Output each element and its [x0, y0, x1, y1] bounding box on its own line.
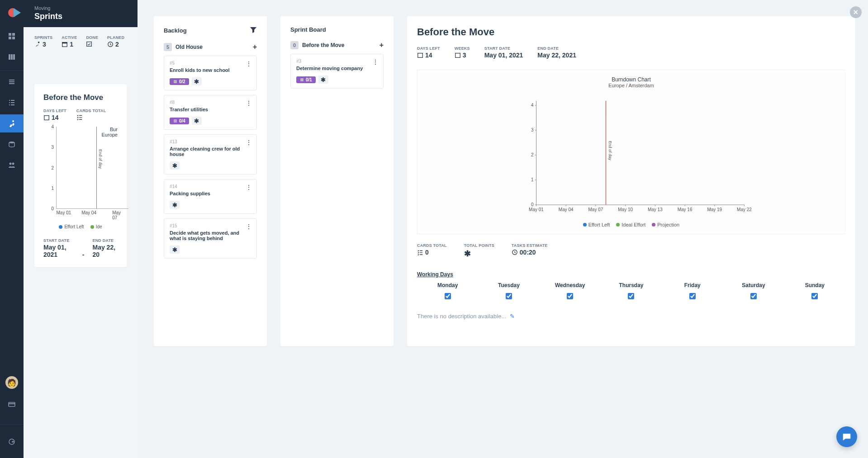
- svg-text:4: 4: [531, 103, 534, 108]
- description-text: There is no description available...: [417, 313, 506, 320]
- card-menu-icon[interactable]: ⋮: [372, 59, 379, 65]
- svg-rect-5: [11, 54, 13, 60]
- nav-team[interactable]: [0, 156, 24, 174]
- svg-rect-32: [174, 119, 177, 120]
- svg-point-16: [12, 120, 14, 122]
- day-label: Friday: [662, 282, 723, 288]
- chart-marker: [96, 127, 97, 208]
- card-id: #13: [170, 139, 251, 144]
- working-days-title: Working Days: [417, 271, 845, 278]
- svg-rect-15: [11, 104, 14, 105]
- svg-rect-31: [174, 82, 177, 83]
- nav-logout[interactable]: [0, 433, 24, 451]
- day-label: Saturday: [723, 282, 784, 288]
- day-checkbox[interactable]: [689, 293, 696, 299]
- sprint-count-badge: 0: [290, 41, 299, 49]
- svg-rect-34: [174, 122, 177, 122]
- checklist-badge: 0/2: [170, 78, 189, 85]
- day-checkbox[interactable]: [567, 293, 573, 299]
- nav-list1[interactable]: [0, 73, 24, 91]
- svg-rect-8: [9, 81, 14, 82]
- svg-rect-39: [455, 53, 460, 58]
- day-checkbox[interactable]: [750, 293, 757, 299]
- sprint-board-title: Sprint Board: [290, 26, 326, 33]
- task-card[interactable]: ⋮ #8 Transfer utilities 0/4✱: [164, 95, 257, 130]
- day-checkbox[interactable]: [506, 293, 512, 299]
- nav-boards[interactable]: [0, 48, 24, 66]
- svg-rect-3: [12, 37, 15, 39]
- card-title: Arrange cleaning crew for old house: [170, 146, 251, 157]
- svg-rect-10: [9, 100, 10, 101]
- nav-sprints[interactable]: [0, 114, 24, 132]
- nav-database[interactable]: [0, 135, 24, 153]
- svg-rect-25: [62, 42, 67, 44]
- burndown-chart: Burndown Chart Europe / Amsterdam 0 1 2 …: [417, 70, 845, 234]
- task-card[interactable]: ⋮ #14 Packing supplies ✱: [164, 179, 257, 214]
- card-menu-icon[interactable]: ⋮: [246, 223, 252, 230]
- task-card[interactable]: ⋮ #3 Determine moving company 0/1✱: [290, 54, 384, 89]
- card-title: Packing supplies: [170, 191, 251, 196]
- nav-dashboard[interactable]: [0, 27, 24, 45]
- nav-list2[interactable]: [0, 94, 24, 112]
- card-menu-icon[interactable]: ⋮: [246, 139, 252, 146]
- clock-icon: [512, 249, 518, 255]
- svg-text:May 01: May 01: [529, 207, 544, 212]
- svg-rect-37: [300, 80, 304, 81]
- svg-rect-36: [300, 79, 304, 80]
- svg-text:May 13: May 13: [648, 207, 663, 212]
- svg-rect-20: [9, 402, 15, 406]
- day-checkbox[interactable]: [628, 293, 634, 299]
- legend-projection: Projection: [652, 222, 679, 227]
- points-badge: ✱: [192, 77, 202, 85]
- points-badge: ✱: [318, 76, 328, 84]
- card-title: Enroll kids to new school: [170, 67, 251, 73]
- page-title: Sprints: [34, 12, 127, 21]
- svg-text:May 19: May 19: [707, 207, 722, 212]
- svg-rect-35: [300, 78, 304, 79]
- card-menu-icon[interactable]: ⋮: [246, 100, 252, 106]
- svg-text:3: 3: [531, 127, 534, 132]
- user-avatar[interactable]: 🧑: [5, 376, 18, 389]
- svg-rect-30: [174, 81, 177, 81]
- day-checkbox[interactable]: [445, 293, 451, 299]
- filter-icon[interactable]: [250, 26, 257, 35]
- add-sprint-card-button[interactable]: +: [379, 41, 384, 49]
- card-id: #14: [170, 184, 251, 189]
- add-card-button[interactable]: +: [253, 43, 257, 51]
- calendar-icon: [62, 41, 68, 47]
- nav-billing[interactable]: [0, 395, 24, 413]
- svg-rect-13: [11, 102, 14, 103]
- svg-rect-14: [9, 104, 10, 105]
- run-icon: [34, 41, 41, 47]
- backlog-count-badge: 5: [164, 43, 172, 51]
- svg-text:May 04: May 04: [559, 207, 574, 212]
- chat-bubble-button[interactable]: [836, 426, 857, 447]
- sidebar-separator-2: [0, 424, 24, 425]
- backlog-column: Backlog 5 Old House + ⋮ #5 Enroll kids t…: [154, 16, 267, 346]
- task-card[interactable]: ⋮ #5 Enroll kids to new school 0/2✱: [164, 56, 257, 90]
- day-label: Tuesday: [478, 282, 539, 288]
- points-badge: ✱: [192, 117, 202, 125]
- task-card[interactable]: ⋮ #13 Arrange cleaning crew for old hous…: [164, 134, 257, 175]
- svg-point-19: [12, 163, 14, 165]
- svg-rect-33: [174, 120, 177, 121]
- svg-rect-29: [174, 80, 177, 80]
- card-menu-icon[interactable]: ⋮: [246, 184, 252, 190]
- card-menu-icon[interactable]: ⋮: [246, 61, 252, 67]
- close-button[interactable]: ✕: [850, 6, 862, 18]
- clock-icon: [107, 41, 114, 47]
- checklist-badge: 0/4: [170, 118, 189, 124]
- svg-rect-26: [87, 42, 92, 47]
- backlog-title: Backlog: [164, 27, 187, 34]
- detail-title: Before the Move: [417, 26, 845, 38]
- card-id: #5: [170, 61, 251, 66]
- day-checkbox[interactable]: [811, 293, 818, 299]
- svg-text:May 10: May 10: [618, 207, 633, 212]
- sidebar: 🧑: [0, 0, 24, 458]
- sprint-summary-card[interactable]: Before the Move DAYS LEFT14 CARDS TOTAL …: [34, 84, 127, 267]
- points-badge: ✱: [170, 246, 180, 254]
- task-card[interactable]: ⋮ #15 Decide what gets moved, and what i…: [164, 218, 257, 259]
- card-id: #15: [170, 223, 251, 228]
- edit-description-icon[interactable]: ✎: [510, 313, 515, 320]
- svg-rect-2: [9, 37, 11, 39]
